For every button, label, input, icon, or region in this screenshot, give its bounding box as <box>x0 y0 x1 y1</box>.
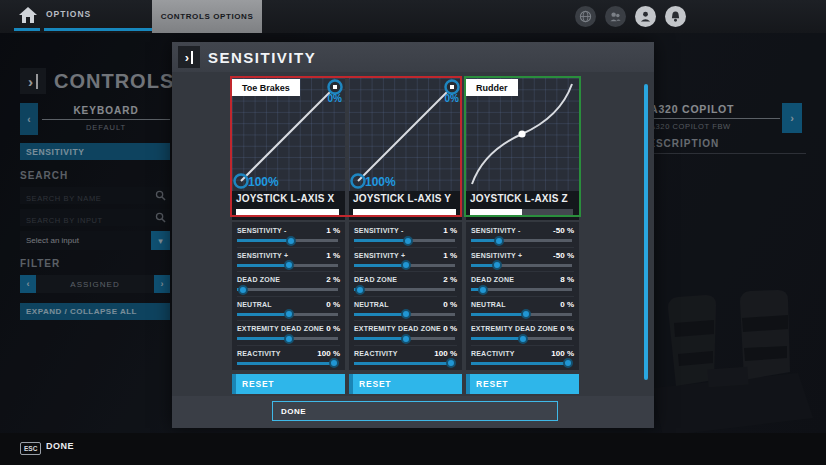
slider-handle[interactable] <box>286 236 296 246</box>
slider-track[interactable] <box>237 362 338 365</box>
slider-track[interactable] <box>471 337 572 340</box>
slider-track[interactable] <box>471 313 572 316</box>
axis-label: JOYSTICK L-AXIS Z <box>470 193 575 204</box>
bottom-marker-label: 100% <box>248 175 279 189</box>
slider-panel: SENSITIVITY - 1 % SENSITIVITY + 1 % DEAD… <box>349 222 462 370</box>
slider-handle[interactable] <box>521 309 531 319</box>
slider-handle[interactable] <box>401 309 411 319</box>
slider-handle[interactable] <box>563 358 573 368</box>
slider-panel: SENSITIVITY - -50 % SENSITIVITY + -50 % … <box>466 222 579 370</box>
slider-track[interactable] <box>471 288 572 291</box>
slider-handle[interactable] <box>401 260 411 270</box>
slider-handle[interactable] <box>478 285 488 295</box>
reset-button[interactable]: RESET <box>349 374 462 394</box>
slider-handle[interactable] <box>238 285 248 295</box>
dialog-footer: DONE <box>172 396 654 428</box>
axis-input-bar-fill <box>353 209 456 215</box>
slider-handle[interactable] <box>403 236 413 246</box>
axis-label: JOYSTICK L-AXIS Y <box>353 193 458 204</box>
slider-track[interactable] <box>354 362 455 365</box>
axis-column-z: JOYSTICK L-AXIS Z SENSITIVITY - -50 % SE… <box>466 78 579 394</box>
slider-handle[interactable] <box>446 358 456 368</box>
axis-input-bar <box>470 209 573 215</box>
slider-handle[interactable] <box>284 260 294 270</box>
profile-icon[interactable] <box>635 6 656 27</box>
axis-column-x: 0% 100% JOYSTICK L-AXIS X SENSITIVITY - … <box>232 78 345 394</box>
slider-row-sensitivity-minus: SENSITIVITY - -50 % <box>471 223 574 248</box>
slider-track[interactable] <box>354 239 455 242</box>
axis-input-bar-fill <box>470 209 522 215</box>
slider-row-neutral: NEUTRAL 0 % <box>471 297 574 322</box>
slider-row-extremity-dead-zone: EXTREMITY DEAD ZONE 0 % <box>237 321 340 346</box>
options-tab-underline <box>44 28 152 31</box>
slider-track[interactable] <box>471 239 572 242</box>
slider-track[interactable] <box>237 264 338 267</box>
topbar-icons <box>575 6 686 27</box>
axis-label: JOYSTICK L-AXIS X <box>236 193 341 204</box>
slider-handle[interactable] <box>284 334 294 344</box>
axis-input-bar-fill <box>236 209 339 215</box>
slider-row-sensitivity-minus: SENSITIVITY - 1 % <box>237 223 340 248</box>
slider-handle[interactable] <box>329 358 339 368</box>
axis-strip: JOYSTICK L-AXIS Y <box>349 191 462 220</box>
slider-handle[interactable] <box>355 285 365 295</box>
bottom-bar: ESC DONE <box>0 433 826 465</box>
slider-panel: SENSITIVITY - 1 % SENSITIVITY + 1 % DEAD… <box>232 222 345 370</box>
home-icon[interactable] <box>18 6 38 24</box>
tab-options[interactable]: OPTIONS <box>46 9 91 19</box>
reset-button[interactable]: RESET <box>232 374 345 394</box>
slider-row-reactivity: REACTIVITY 100 % <box>237 346 340 371</box>
chevron-title-icon: › <box>178 46 200 68</box>
top-marker-label: 0% <box>328 93 342 104</box>
slider-handle[interactable] <box>492 260 502 270</box>
slider-row-dead-zone: DEAD ZONE 2 % <box>237 272 340 297</box>
slider-track[interactable] <box>354 288 455 291</box>
social-icon[interactable] <box>605 6 626 27</box>
slider-handle[interactable] <box>401 334 411 344</box>
home-tab-underline <box>14 28 40 31</box>
done-button[interactable]: DONE <box>272 401 558 421</box>
axis-column-y: 0% 100% JOYSTICK L-AXIS Y SENSITIVITY - … <box>349 78 462 394</box>
slider-row-sensitivity-plus: SENSITIVITY + -50 % <box>471 248 574 273</box>
sensitivity-dialog: › SENSITIVITY 0% 100% JOYSTICK L-AXIS X … <box>172 42 654 428</box>
slider-row-dead-zone: DEAD ZONE 8 % <box>471 272 574 297</box>
slider-row-reactivity: REACTIVITY 100 % <box>354 346 457 371</box>
slider-row-neutral: NEUTRAL 0 % <box>354 297 457 322</box>
dialog-header: › SENSITIVITY <box>172 42 654 72</box>
axis-strip: JOYSTICK L-AXIS Z <box>466 191 579 220</box>
notifications-icon[interactable] <box>665 6 686 27</box>
slider-handle[interactable] <box>518 334 528 344</box>
slider-handle[interactable] <box>284 309 294 319</box>
slider-track[interactable] <box>237 313 338 316</box>
slider-track[interactable] <box>354 264 455 267</box>
slider-row-dead-zone: DEAD ZONE 2 % <box>354 272 457 297</box>
dialog-title: SENSITIVITY <box>208 49 316 66</box>
top-bar: OPTIONS CONTROLS OPTIONS <box>0 0 826 33</box>
slider-handle[interactable] <box>494 236 504 246</box>
slider-track[interactable] <box>237 288 338 291</box>
axis-input-bar <box>353 209 456 215</box>
tab-controls-options[interactable]: CONTROLS OPTIONS <box>152 0 262 33</box>
top-marker-label: 0% <box>445 93 459 104</box>
rudder-group-label: Rudder <box>466 79 518 96</box>
dialog-scrollbar[interactable] <box>644 84 648 380</box>
slider-track[interactable] <box>237 239 338 242</box>
language-icon[interactable] <box>575 6 596 27</box>
slider-track[interactable] <box>471 264 572 267</box>
slider-row-extremity-dead-zone: EXTREMITY DEAD ZONE 0 % <box>354 321 457 346</box>
axis-strip: JOYSTICK L-AXIS X <box>232 191 345 220</box>
slider-row-neutral: NEUTRAL 0 % <box>237 297 340 322</box>
toe-brakes-group-label: Toe Brakes <box>232 79 300 96</box>
slider-row-sensitivity-minus: SENSITIVITY - 1 % <box>354 223 457 248</box>
bottom-marker-label: 100% <box>365 175 396 189</box>
esc-key-badge: ESC <box>20 442 41 455</box>
axis-input-bar <box>236 209 339 215</box>
slider-track[interactable] <box>237 337 338 340</box>
esc-done-label[interactable]: DONE <box>46 441 74 451</box>
curve-graph-y[interactable]: 0% 100% <box>349 78 462 191</box>
slider-track[interactable] <box>354 337 455 340</box>
slider-track[interactable] <box>354 313 455 316</box>
slider-row-sensitivity-plus: SENSITIVITY + 1 % <box>354 248 457 273</box>
slider-track[interactable] <box>471 362 572 365</box>
reset-button[interactable]: RESET <box>466 374 579 394</box>
